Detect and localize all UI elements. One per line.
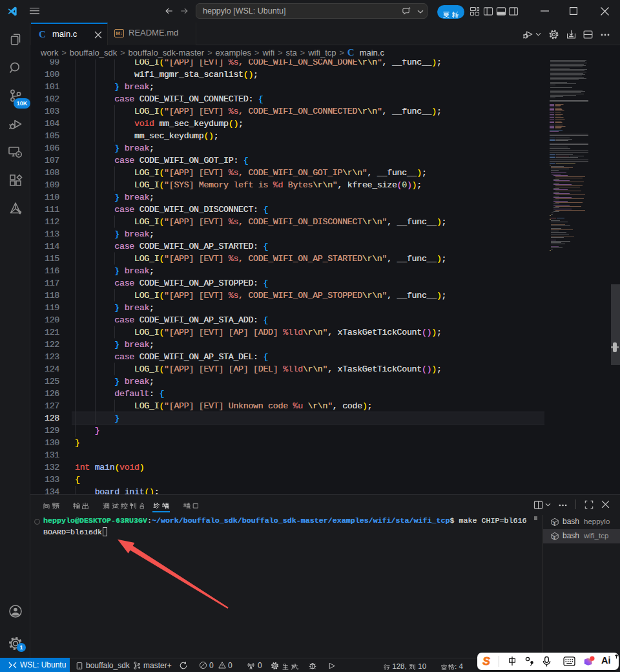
svg-text:S: S [482, 655, 490, 667]
